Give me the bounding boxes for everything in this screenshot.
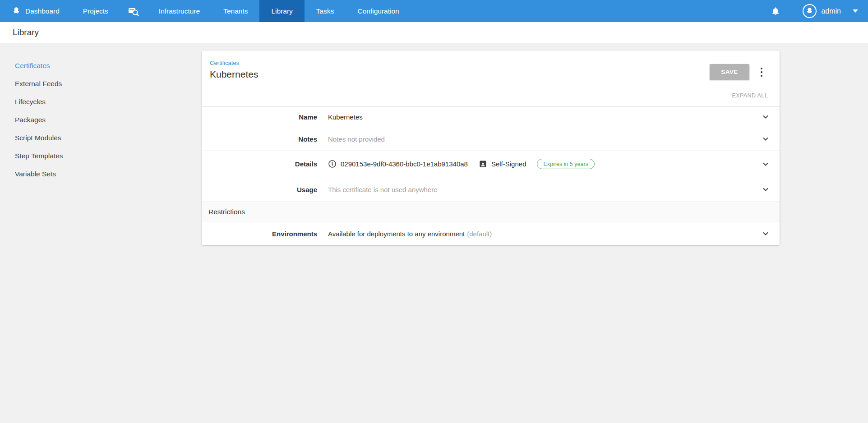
avatar-octopus-icon — [805, 7, 814, 15]
self-signed-text: Self-Signed — [491, 160, 526, 168]
restrictions-section-header: Restrictions — [202, 202, 780, 222]
nav-label: Infrastructure — [159, 7, 200, 15]
chevron-down-icon[interactable] — [761, 134, 771, 144]
nav-label: Library — [271, 7, 292, 15]
nav-item-tasks[interactable]: Tasks — [305, 0, 346, 22]
user-avatar[interactable] — [803, 4, 817, 18]
row-label: Usage — [202, 186, 317, 193]
page-title-bar: Library — [0, 22, 868, 43]
caret-down-icon[interactable] — [853, 9, 858, 13]
nav-item-configuration[interactable]: Configuration — [346, 0, 411, 22]
breadcrumb[interactable]: Certificates — [210, 60, 780, 66]
sidebar-item-external-feeds[interactable]: External Feeds — [0, 75, 199, 93]
row-label: Notes — [202, 135, 317, 143]
environments-default-suffix: (default) — [467, 230, 492, 238]
overflow-menu-button[interactable] — [755, 65, 768, 79]
account-box-icon — [479, 160, 487, 168]
name-value: Kubernetes — [328, 113, 363, 121]
card-header: Certificates Kubernetes SAVE — [202, 51, 780, 85]
nav-item-infrastructure[interactable]: Infrastructure — [147, 0, 212, 22]
sidebar-item-script-modules[interactable]: Script Modules — [0, 129, 199, 147]
row-label: Details — [202, 160, 317, 168]
certificate-title: Kubernetes — [210, 69, 780, 80]
certificate-card: Certificates Kubernetes SAVE EXPAND ALL … — [202, 51, 780, 245]
row-notes[interactable]: Notes Notes not provided — [202, 127, 780, 151]
info-icon — [328, 160, 337, 168]
nav-user-area: admin — [760, 0, 868, 22]
nav-item-tenants[interactable]: Tenants — [212, 0, 259, 22]
thumbprint-text: 0290153e-9df0-4360-bbc0-1e1ab91340a8 — [341, 160, 468, 168]
section-title: Restrictions — [208, 208, 245, 216]
self-signed-item: Self-Signed — [479, 160, 526, 168]
octopus-logo-icon — [12, 6, 21, 16]
row-details[interactable]: Details 0290153e-9df0-4360-bbc0-1e1ab913… — [202, 151, 780, 177]
certificate-rows: Name Kubernetes Notes Notes not provided… — [202, 106, 780, 245]
nav-item-dashboard[interactable]: Dashboard — [0, 0, 71, 22]
row-environments[interactable]: Environments Available for deployments t… — [202, 222, 780, 245]
usage-placeholder: This certificate is not used anywhere — [328, 186, 438, 193]
main-nav: Dashboard Projects Infrastructure Tenant… — [0, 0, 411, 22]
row-label: Environments — [202, 230, 317, 238]
notifications-button[interactable] — [760, 6, 791, 16]
save-button[interactable]: SAVE — [710, 64, 749, 80]
row-usage[interactable]: Usage This certificate is not used anywh… — [202, 177, 780, 202]
page-title: Library — [13, 28, 39, 37]
expand-all-button[interactable]: EXPAND ALL — [732, 92, 768, 99]
library-sidebar: Certificates External Feeds Lifecycles P… — [0, 57, 199, 183]
bell-icon — [771, 6, 780, 16]
nav-item-library[interactable]: Library — [259, 0, 304, 22]
username[interactable]: admin — [821, 7, 841, 15]
top-nav: Dashboard Projects Infrastructure Tenant… — [0, 0, 868, 22]
sidebar-item-lifecycles[interactable]: Lifecycles — [0, 93, 199, 111]
chevron-down-icon[interactable] — [761, 159, 771, 169]
nav-label: Tasks — [316, 7, 334, 15]
chevron-down-icon[interactable] — [761, 229, 771, 239]
expiry-badge: Expires in 5 years — [537, 159, 594, 169]
machine-search-icon — [128, 6, 139, 16]
nav-label: Projects — [83, 7, 108, 15]
row-name[interactable]: Name Kubernetes — [202, 107, 780, 127]
chevron-down-icon[interactable] — [761, 184, 771, 194]
row-label: Name — [202, 113, 317, 121]
environments-text: Available for deployments to any environ… — [328, 230, 465, 238]
details-value: 0290153e-9df0-4360-bbc0-1e1ab91340a8 Sel… — [328, 159, 595, 169]
content-area: Certificates External Feeds Lifecycles P… — [0, 43, 868, 423]
sidebar-item-packages[interactable]: Packages — [0, 111, 199, 129]
thumbprint-item: 0290153e-9df0-4360-bbc0-1e1ab91340a8 — [328, 160, 468, 168]
sidebar-item-step-templates[interactable]: Step Templates — [0, 147, 199, 165]
nav-item-projects[interactable]: Projects — [71, 0, 120, 22]
sidebar-item-variable-sets[interactable]: Variable Sets — [0, 165, 199, 183]
nav-label: Tenants — [223, 7, 248, 15]
nav-item-machine-search[interactable] — [120, 0, 147, 22]
environments-value: Available for deployments to any environ… — [328, 230, 492, 238]
chevron-down-icon[interactable] — [761, 112, 771, 122]
notes-placeholder: Notes not provided — [328, 135, 385, 143]
nav-label: Configuration — [357, 7, 399, 15]
expand-all-row: EXPAND ALL — [202, 85, 780, 106]
nav-label: Dashboard — [25, 7, 60, 15]
sidebar-item-certificates[interactable]: Certificates — [0, 57, 199, 75]
